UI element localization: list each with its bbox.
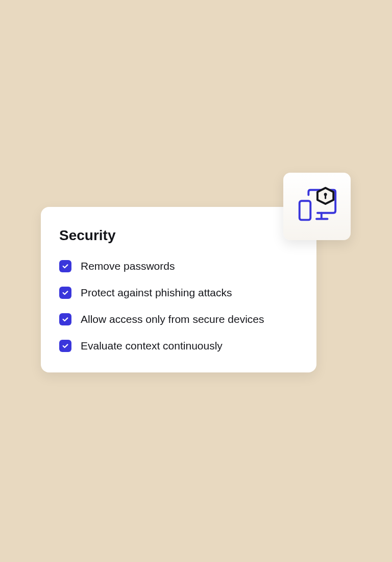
checkbox-1[interactable] bbox=[59, 287, 71, 299]
checkbox-0[interactable] bbox=[59, 260, 71, 272]
secure-devices-icon bbox=[295, 186, 339, 226]
card-title: Security bbox=[59, 227, 298, 244]
check-item-3: Evaluate context continuously bbox=[59, 340, 298, 352]
check-label-2: Allow access only from secure devices bbox=[81, 313, 264, 325]
security-icon-badge bbox=[283, 173, 351, 240]
check-label-1: Protect against phishing attacks bbox=[81, 287, 232, 299]
svg-rect-0 bbox=[300, 201, 311, 220]
check-label-3: Evaluate context continuously bbox=[81, 340, 223, 352]
checkmark-icon bbox=[62, 316, 69, 323]
security-card: Security Remove passwords Protect agains… bbox=[41, 207, 316, 372]
check-label-0: Remove passwords bbox=[81, 260, 175, 272]
checkmark-icon bbox=[62, 289, 69, 296]
checklist: Remove passwords Protect against phishin… bbox=[59, 260, 298, 352]
check-item-0: Remove passwords bbox=[59, 260, 298, 272]
check-item-1: Protect against phishing attacks bbox=[59, 287, 298, 299]
check-item-2: Allow access only from secure devices bbox=[59, 313, 298, 325]
checkmark-icon bbox=[62, 263, 69, 270]
checkmark-icon bbox=[62, 342, 69, 349]
checkbox-3[interactable] bbox=[59, 340, 71, 352]
checkbox-2[interactable] bbox=[59, 313, 71, 325]
